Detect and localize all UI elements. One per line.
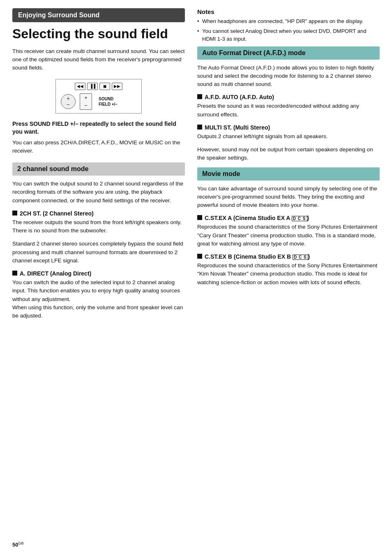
sound-field-button: + – (80, 93, 92, 110)
press-instruction: Press SOUND FIELD +/– repeatedly to sele… (12, 120, 185, 136)
bullet-icon (197, 94, 202, 99)
remote-diagram: ◀◀ ▐▐ ◼ ▶▶ +– + – SOUNDFIELD +/– (12, 79, 185, 114)
sub-afd-auto-title: A.F.D. AUTO (A.F.D. Auto) (197, 93, 380, 100)
intro-text: This receiver can create multi channel s… (12, 47, 185, 72)
section-movie-body: You can take advantage of surround sound… (197, 185, 380, 210)
bullet-icon (12, 211, 17, 215)
sub-multi-st-title: MULTI ST. (Multi Stereo) (197, 124, 380, 131)
sub-cstex-b: C.ST.EX B (Cinema Studio EX B D C S) Rep… (197, 253, 380, 287)
sub-2ch-st: 2CH ST. (2 Channel Stereo) The receiver … (12, 210, 185, 265)
sub-cstex-b-body: Reproduces the sound characteristics of … (197, 262, 380, 287)
pause-button: ▐▐ (87, 83, 98, 90)
sub-2ch-st-body2: Standard 2 channel stereo sources comple… (12, 240, 185, 265)
left-column: Enjoying Surround Sound Selecting the so… (0, 8, 193, 544)
bullet-icon (12, 271, 17, 276)
page-title: Selecting the sound field (12, 26, 185, 42)
sub-cstex-a-body: Reproduces the sound characteristics of … (197, 223, 380, 248)
section-movie-header: Movie mode (197, 167, 380, 181)
sub-multi-st-body1: Outputs 2 channel left/right signals fro… (197, 132, 380, 141)
right-column: Notes When headphones are connected, "HP… (193, 8, 392, 544)
bullet-icon (197, 215, 202, 220)
section-afd-header: Auto Format Direct (A.F.D.) mode (197, 46, 380, 60)
press-body: You can also press 2CH/A.DIRECT, A.F.D.,… (12, 139, 185, 155)
sound-field-label: SOUNDFIELD +/– (99, 96, 118, 107)
bullet-icon (197, 125, 202, 130)
note-item: You cannot select Analog Direct when you… (197, 27, 380, 43)
dcs-badge-a: D C S (292, 216, 307, 221)
rewind-button: ◀◀ (75, 83, 85, 90)
remote-top-buttons: ◀◀ ▐▐ ◼ ▶▶ (61, 83, 136, 90)
sub-afd-auto: A.F.D. AUTO (A.F.D. Auto) Presets the so… (197, 93, 380, 119)
section-2ch-header: 2 channel sound mode (12, 162, 185, 176)
sub-afd-auto-body: Presets the sound as it was recorded/enc… (197, 102, 380, 119)
notes-list: When headphones are connected, "HP DIR" … (197, 17, 380, 43)
sub-multi-st: MULTI ST. (Multi Stereo) Outputs 2 chann… (197, 124, 380, 162)
sub-cstex-a: C.ST.EX A (Cinema Studio EX A D C S) Rep… (197, 214, 380, 248)
notes-title: Notes (197, 8, 380, 15)
stop-button: ◼ (99, 83, 110, 90)
sub-cstex-a-title: C.ST.EX A (Cinema Studio EX A D C S) (197, 214, 380, 221)
sub-multi-st-body2: However, sound may not be output from ce… (197, 146, 380, 162)
fastforward-button: ▶▶ (112, 83, 122, 90)
remote-middle: +– + – SOUNDFIELD +/– (61, 93, 136, 110)
note-item: When headphones are connected, "HP DIR" … (197, 17, 380, 25)
sub-adirect: A. DIRECT (Analog Direct) You can switch… (12, 270, 185, 320)
page-suffix: GB (18, 541, 23, 545)
sub-adirect-body: You can switch the audio of the selected… (12, 278, 185, 320)
section-afd-body: The Auto Format Direct (A.F.D.) mode all… (197, 64, 380, 89)
sub-2ch-st-title: 2CH ST. (2 Channel Stereo) (12, 210, 185, 217)
sub-adirect-title: A. DIRECT (Analog Direct) (12, 270, 185, 277)
dcs-badge-b: D C S (293, 255, 308, 260)
page-number: 50GB (12, 541, 23, 548)
circle-button: +– (61, 94, 76, 109)
sub-2ch-st-body1: The receiver outputs the sound from the … (12, 218, 185, 235)
section-2ch-body: You can switch the output sound to 2 cha… (12, 180, 185, 205)
banner: Enjoying Surround Sound (12, 8, 185, 22)
bullet-icon (197, 254, 202, 259)
sub-cstex-b-title: C.ST.EX B (Cinema Studio EX B D C S) (197, 253, 380, 260)
